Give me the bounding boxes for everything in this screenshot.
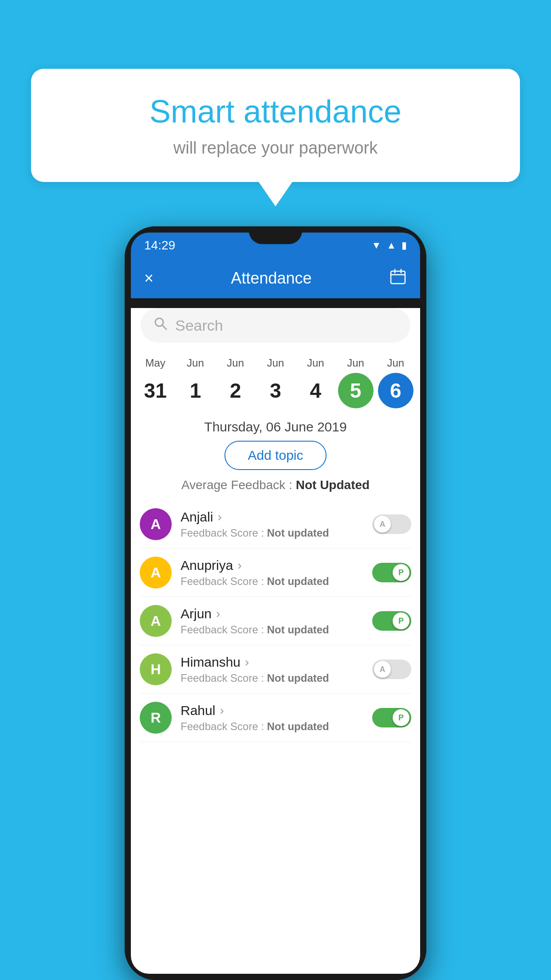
student-feedback: Feedback Score : Not updated	[181, 720, 363, 733]
status-icons: ▼ ▲ ▮	[371, 240, 407, 251]
close-button[interactable]: ×	[144, 269, 153, 288]
avatar: H	[140, 653, 172, 685]
calendar-day[interactable]: Jun4	[298, 357, 333, 408]
app-bar-title: Attendance	[231, 269, 311, 288]
speech-bubble: Smart attendance will replace your paper…	[31, 69, 520, 182]
toggle-knob: P	[393, 564, 409, 581]
speech-bubble-title: Smart attendance	[58, 93, 493, 130]
calendar-date-number: 6	[378, 373, 413, 408]
avatar: R	[140, 702, 172, 734]
student-info: AnjaliFeedback Score : Not updated	[181, 510, 363, 539]
student-feedback: Feedback Score : Not updated	[181, 624, 363, 636]
attendance-toggle[interactable]: A	[372, 660, 411, 679]
speech-bubble-container: Smart attendance will replace your paper…	[31, 69, 520, 182]
toggle-knob: A	[374, 661, 391, 678]
calendar-day[interactable]: Jun5	[338, 357, 374, 408]
search-bar[interactable]: Search	[141, 308, 410, 343]
avatar: A	[140, 557, 172, 589]
phone-container: 14:29 ▼ ▲ ▮ × Attendance	[125, 226, 426, 980]
attendance-toggle[interactable]: P	[372, 563, 411, 582]
student-info: ArjunFeedback Score : Not updated	[181, 606, 363, 636]
avg-feedback-label: Average Feedback :	[181, 478, 296, 492]
search-icon	[153, 316, 168, 335]
student-feedback: Feedback Score : Not updated	[181, 672, 363, 684]
calendar-date-number: 4	[298, 373, 333, 408]
avatar: A	[140, 508, 172, 540]
calendar-date-number: 1	[177, 373, 213, 408]
student-info: RahulFeedback Score : Not updated	[181, 703, 363, 733]
calendar-month-label: Jun	[307, 357, 324, 369]
calendar-day[interactable]: Jun6	[378, 357, 413, 408]
toggle-knob: P	[393, 612, 409, 629]
calendar-month-label: Jun	[227, 357, 244, 369]
calendar-day[interactable]: Jun1	[177, 357, 213, 408]
attendance-toggle[interactable]: P	[372, 611, 411, 631]
student-item[interactable]: AAnupriyaFeedback Score : Not updatedP	[140, 549, 411, 597]
signal-icon: ▲	[386, 240, 396, 251]
student-name: Himanshu	[181, 655, 363, 670]
calendar-month-label: May	[145, 357, 165, 369]
toggle-container[interactable]: P	[372, 563, 411, 582]
student-feedback: Feedback Score : Not updated	[181, 527, 363, 539]
toggle-container[interactable]: A	[372, 514, 411, 534]
avg-feedback: Average Feedback : Not Updated	[131, 478, 420, 492]
toggle-knob: P	[393, 709, 409, 726]
calendar-date-number: 5	[338, 373, 374, 408]
toggle-container[interactable]: P	[372, 708, 411, 727]
calendar-button[interactable]	[389, 268, 407, 289]
attendance-toggle[interactable]: P	[372, 708, 411, 727]
student-info: AnupriyaFeedback Score : Not updated	[181, 558, 363, 588]
calendar-date-number: 3	[258, 373, 293, 408]
student-item[interactable]: HHimanshuFeedback Score : Not updatedA	[140, 645, 411, 694]
battery-icon: ▮	[401, 240, 407, 251]
toggle-container[interactable]: A	[372, 660, 411, 679]
student-list: AAnjaliFeedback Score : Not updatedAAAnu…	[131, 500, 420, 742]
speech-bubble-subtitle: will replace your paperwork	[58, 138, 493, 158]
phone-inner: 14:29 ▼ ▲ ▮ × Attendance	[125, 226, 426, 980]
screen-content: Search May31Jun1Jun2Jun3Jun4Jun5Jun6 Thu…	[131, 308, 420, 974]
calendar-month-label: Jun	[347, 357, 364, 369]
calendar-date-number: 2	[218, 373, 253, 408]
calendar-month-label: Jun	[187, 357, 204, 369]
avatar: A	[140, 605, 172, 637]
student-name: Anjali	[181, 510, 363, 525]
calendar-row: May31Jun1Jun2Jun3Jun4Jun5Jun6	[131, 352, 420, 411]
calendar-month-label: Jun	[387, 357, 404, 369]
calendar-day[interactable]: May31	[138, 357, 173, 408]
phone-mockup: 14:29 ▼ ▲ ▮ × Attendance	[125, 226, 426, 980]
add-topic-button[interactable]: Add topic	[224, 441, 326, 470]
student-item[interactable]: AAnjaliFeedback Score : Not updatedA	[140, 500, 411, 549]
student-feedback: Feedback Score : Not updated	[181, 575, 363, 588]
calendar-month-label: Jun	[267, 357, 284, 369]
app-bar: × Attendance	[131, 258, 420, 298]
toggle-container[interactable]: P	[372, 611, 411, 631]
calendar-date-number: 31	[138, 373, 173, 408]
student-name: Rahul	[181, 703, 363, 718]
calendar-day[interactable]: Jun3	[258, 357, 293, 408]
svg-rect-0	[391, 271, 405, 284]
student-name: Arjun	[181, 606, 363, 621]
toggle-knob: A	[374, 516, 391, 533]
wifi-icon: ▼	[371, 240, 381, 251]
search-input[interactable]: Search	[175, 317, 223, 334]
student-item[interactable]: AArjunFeedback Score : Not updatedP	[140, 597, 411, 645]
selected-date-label: Thursday, 06 June 2019	[131, 411, 420, 441]
attendance-toggle[interactable]: A	[372, 514, 411, 534]
phone-notch	[249, 226, 302, 244]
calendar-day[interactable]: Jun2	[218, 357, 253, 408]
student-name: Anupriya	[181, 558, 363, 573]
student-info: HimanshuFeedback Score : Not updated	[181, 655, 363, 684]
avg-feedback-value: Not Updated	[296, 478, 370, 492]
svg-line-5	[162, 325, 166, 329]
student-item[interactable]: RRahulFeedback Score : Not updatedP	[140, 694, 411, 742]
status-time: 14:29	[144, 238, 175, 253]
